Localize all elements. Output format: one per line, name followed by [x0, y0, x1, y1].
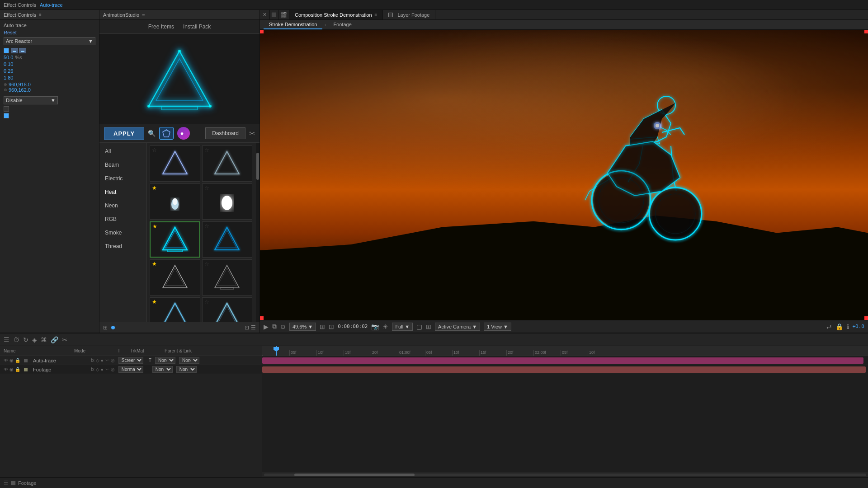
- preset-item-9[interactable]: ★: [150, 297, 200, 322]
- install-pack-button[interactable]: Install Pack: [183, 23, 211, 30]
- star-icon-9[interactable]: ★: [152, 299, 157, 305]
- tl-tool-stamp[interactable]: ⌘: [41, 336, 47, 343]
- layer2-motion-icon[interactable]: 〰: [105, 367, 109, 372]
- star-tab[interactable]: ♦: [177, 127, 190, 140]
- layer1-3d-icon[interactable]: ●: [101, 358, 104, 363]
- ec-v2[interactable]: 0.26: [4, 68, 13, 74]
- tl-tool-scissors[interactable]: ✂: [62, 336, 67, 343]
- preset-item-2[interactable]: ☆: [202, 145, 253, 182]
- layer1-adj-icon[interactable]: ◎: [111, 358, 115, 363]
- layer1-vis-icon[interactable]: 👁: [4, 358, 8, 363]
- cbb-camera-capture-icon[interactable]: 📷: [371, 323, 379, 330]
- star-icon-1[interactable]: ☆: [152, 147, 157, 153]
- tab-film-icon[interactable]: 🎬: [278, 10, 289, 19]
- bb-icon-2[interactable]: ☰: [251, 324, 256, 331]
- cbb-grid-icon[interactable]: ⊞: [426, 323, 431, 330]
- close-tab[interactable]: ✕: [260, 10, 270, 19]
- hamburger-icon[interactable]: ≡: [39, 12, 42, 17]
- cbb-preview-icon[interactable]: ⧉: [272, 323, 277, 330]
- scroll-track[interactable]: [264, 474, 866, 476]
- dashboard-button[interactable]: Dashboard: [205, 127, 245, 139]
- layer2-3d-icon[interactable]: ●: [101, 367, 104, 372]
- ec-coord1[interactable]: 960,918.0: [9, 82, 31, 87]
- category-item-rgb[interactable]: RGB: [99, 212, 146, 226]
- category-item-beam[interactable]: Beam: [99, 158, 146, 172]
- ec-checkbox[interactable]: [4, 48, 9, 53]
- layer2-adj-icon[interactable]: ◎: [111, 367, 115, 372]
- timeline-playhead[interactable]: [276, 346, 277, 356]
- layer2-lock-icon[interactable]: 🔒: [15, 367, 20, 372]
- layer1-motion-icon[interactable]: 〰: [105, 358, 109, 363]
- preset-item-4[interactable]: ☆: [202, 183, 253, 220]
- scissors-icon[interactable]: ✂: [249, 129, 255, 138]
- cbb-transport-icon[interactable]: ▶: [264, 323, 269, 330]
- layer1-parent-select[interactable]: None: [179, 357, 199, 364]
- top-bar-item-effect[interactable]: Effect Controls: [4, 2, 36, 8]
- preset-item-5[interactable]: ★: [150, 221, 200, 258]
- scroll-thumb[interactable]: [294, 474, 415, 476]
- layer2-parent-select[interactable]: None: [176, 366, 197, 373]
- layer1-trkmat-select[interactable]: None: [155, 357, 175, 364]
- tl-tool-link[interactable]: 🔗: [51, 336, 58, 343]
- anim-studio-menu-icon[interactable]: ≡: [142, 12, 145, 18]
- star-icon-7[interactable]: ★: [152, 261, 157, 267]
- category-item-thread[interactable]: Thread: [99, 239, 146, 253]
- cbb-3d-icon[interactable]: ⊙: [280, 323, 286, 330]
- footage-menu-icon[interactable]: ☰: [4, 480, 8, 486]
- tab-checkbox[interactable]: [270, 10, 278, 19]
- scrollbar-thumb[interactable]: [256, 153, 259, 180]
- tab-composition[interactable]: Composition Stroke Demonstration ≡: [289, 10, 383, 19]
- comp-tab-close[interactable]: ≡: [375, 12, 377, 17]
- tl-tool-mask[interactable]: ◈: [32, 336, 37, 343]
- preset-scrollbar[interactable]: [255, 143, 259, 322]
- category-item-heat[interactable]: Heat: [99, 185, 146, 199]
- preset-item-7[interactable]: ★: [150, 259, 200, 296]
- preset-item-6[interactable]: ☆: [202, 221, 253, 258]
- cbb-info-icon[interactable]: ℹ: [847, 323, 849, 330]
- layer2-vis-icon[interactable]: 👁: [4, 367, 8, 372]
- layer2-mask-icon[interactable]: ◇: [96, 367, 99, 372]
- cbb-lock-icon[interactable]: 🔒: [835, 323, 843, 330]
- layer2-mode-select[interactable]: Normal: [118, 366, 143, 373]
- ec-preset-dropdown[interactable]: Arc Reactor ▼: [4, 37, 95, 45]
- layer2-solo-icon[interactable]: ◉: [9, 367, 14, 372]
- cbb-sun-icon[interactable]: ☀: [382, 323, 388, 330]
- search-icon[interactable]: 🔍: [148, 130, 156, 137]
- cbb-screen-icon[interactable]: ▢: [416, 323, 422, 330]
- star-icon-6[interactable]: ☆: [204, 223, 209, 229]
- ec-reset-button[interactable]: Reset: [4, 30, 95, 35]
- ec-checkbox2[interactable]: [4, 106, 9, 112]
- cbb-transfer-icon[interactable]: ⇄: [826, 323, 832, 330]
- star-icon-8[interactable]: ☆: [204, 261, 209, 267]
- star-icon-5[interactable]: ★: [152, 224, 157, 229]
- layer1-mode-select[interactable]: Screen Normal: [118, 357, 143, 364]
- tab-layer-footage[interactable]: Layer Footage: [383, 10, 435, 19]
- close-icon[interactable]: ✕: [263, 12, 267, 18]
- camera-dropdown[interactable]: Active Camera ▼: [435, 323, 480, 331]
- ec-checkbox3[interactable]: [4, 113, 9, 118]
- preset-item-3[interactable]: ★: [150, 183, 200, 220]
- star-icon-10[interactable]: ☆: [204, 299, 209, 305]
- layer1-lock-icon[interactable]: 🔒: [15, 358, 20, 363]
- category-item-electric[interactable]: Electric: [99, 172, 146, 185]
- bb-icon-1[interactable]: ⊡: [245, 324, 249, 331]
- category-item-smoke[interactable]: Smoke: [99, 226, 146, 239]
- category-item-all[interactable]: All: [99, 145, 146, 158]
- apply-button[interactable]: APPLY: [104, 127, 144, 140]
- views-dropdown[interactable]: 1 View ▼: [484, 323, 511, 331]
- ec-v3[interactable]: 1.80: [4, 75, 13, 80]
- disable-dropdown[interactable]: Disable ▼: [4, 96, 58, 104]
- view-tab-footage[interactable]: Footage: [328, 20, 357, 29]
- preset-item-10[interactable]: ☆: [202, 297, 253, 322]
- layer2-fx-icon[interactable]: fx: [91, 367, 94, 372]
- free-items-button[interactable]: Free Items: [148, 23, 174, 30]
- star-icon-4[interactable]: ☆: [204, 185, 209, 191]
- bottom-expand-icon[interactable]: ⊞: [103, 324, 108, 331]
- ec-coord2[interactable]: 960,162.0: [9, 87, 31, 93]
- tl-tool-time[interactable]: ⏱: [13, 336, 19, 343]
- cbb-snap-icon[interactable]: ⊡: [329, 323, 334, 330]
- tl-tool-layers[interactable]: ☰: [4, 336, 9, 343]
- layer1-mask-icon[interactable]: ◇: [96, 358, 99, 363]
- top-bar-item-autotrace[interactable]: Auto-trace: [40, 2, 63, 8]
- zoom-dropdown[interactable]: 49.6% ▼: [289, 323, 316, 331]
